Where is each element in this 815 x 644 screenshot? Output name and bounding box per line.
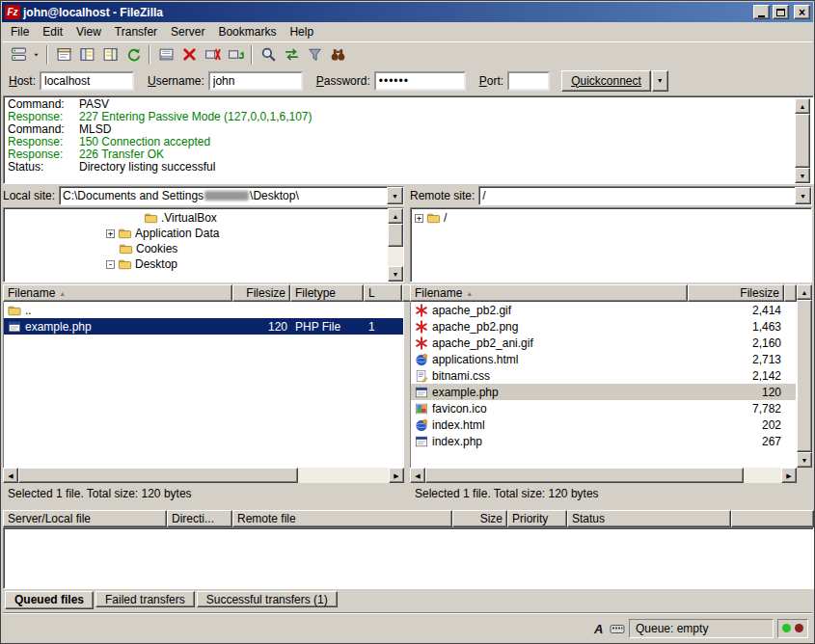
log-scrollbar[interactable]: ▲▼ [795, 98, 810, 183]
filter-button[interactable] [303, 44, 326, 66]
refresh-button[interactable] [122, 44, 145, 66]
scrollbar-thumb[interactable] [797, 300, 812, 452]
scrollbar-track[interactable] [744, 468, 781, 483]
quickconnect-dropdown-button[interactable]: ▼ [652, 70, 668, 92]
column-header-priority[interactable]: Priority [507, 510, 567, 527]
column-header-filename[interactable]: Filename▲ [3, 284, 232, 302]
scroll-right-icon: ▶ [394, 472, 398, 479]
file-row[interactable]: example.php120 [411, 384, 796, 400]
synchronized-browsing-button[interactable] [280, 44, 303, 66]
file-row[interactable]: index.php267 [411, 433, 796, 449]
scroll-up-button[interactable]: ▲ [388, 208, 403, 224]
scroll-right-button[interactable]: ▶ [389, 468, 404, 483]
column-header-remote-file[interactable]: Remote file [232, 510, 452, 527]
tab-failed-transfers[interactable]: Failed transfers [95, 591, 195, 607]
local-site-dropdown-button[interactable]: ▼ [387, 187, 403, 204]
tree-item[interactable]: Cookies [4, 241, 387, 256]
site-manager-dropdown-button[interactable] [30, 44, 42, 66]
column-header-filesize[interactable]: Filesize [688, 284, 784, 302]
remote-directory-tree: +/ [410, 207, 812, 282]
tab-queued-files[interactable]: Queued files [5, 591, 94, 609]
file-cell-name: apache_pb2.png [411, 318, 689, 335]
column-header-filetype[interactable]: Filetype [290, 284, 364, 302]
column-header-l[interactable]: L [364, 284, 402, 302]
tree-expander-icon[interactable]: + [106, 229, 115, 238]
column-header-server-local-file[interactable]: Server/Local file [3, 510, 167, 527]
menu-item-bookmarks[interactable]: Bookmarks [211, 23, 283, 40]
scroll-up-button[interactable]: ▲ [795, 98, 810, 114]
scrollbar-track[interactable] [388, 247, 403, 266]
file-row[interactable]: favicon.ico7,782 [411, 400, 796, 416]
message-log-toggle-button[interactable] [52, 44, 75, 66]
scrollbar-thumb[interactable] [795, 114, 810, 168]
tree-item[interactable]: -Desktop [4, 256, 387, 272]
maximize-button[interactable] [773, 5, 789, 19]
menu-item-view[interactable]: View [69, 23, 108, 40]
reconnect-button[interactable] [224, 44, 247, 66]
menu-item-transfer[interactable]: Transfer [108, 23, 164, 40]
tree-item[interactable]: +Application Data [4, 226, 387, 241]
transfer-queue-list[interactable] [3, 527, 814, 589]
port-input[interactable] [507, 71, 550, 91]
remote-site-dropdown-button[interactable]: ▼ [795, 187, 811, 204]
local-list-horizontal-scrollbar[interactable]: ◀▶ [3, 468, 404, 483]
tab-successful-transfers-1[interactable]: Successful transfers (1) [197, 591, 338, 607]
cancel-button[interactable] [177, 44, 201, 66]
scroll-down-button[interactable]: ▼ [797, 452, 812, 468]
directory-comparison-button[interactable] [257, 44, 280, 66]
scrollbar-thumb[interactable] [388, 224, 403, 247]
tree-item[interactable]: +/ [411, 210, 811, 226]
scrollbar-thumb[interactable] [18, 468, 298, 483]
scroll-down-button[interactable]: ▼ [388, 266, 403, 282]
process-queue-toggle-button[interactable] [154, 44, 177, 66]
host-input[interactable] [40, 71, 134, 91]
file-row[interactable]: apache_pb2.gif2,414 [411, 302, 796, 318]
file-row[interactable]: bitnami.css2,142 [411, 367, 796, 384]
file-row[interactable]: index.html202 [411, 416, 796, 433]
menu-item-edit[interactable]: Edit [36, 23, 69, 40]
local-site-combobox[interactable]: C:\Documents and Settings\Desktop\ ▼ [59, 186, 404, 205]
remote-list-horizontal-scrollbar[interactable]: ◀▶ [410, 468, 797, 483]
scroll-left-button[interactable]: ◀ [3, 468, 18, 483]
scrollbar-thumb[interactable] [425, 468, 744, 483]
column-header-status[interactable]: Status [567, 510, 731, 527]
close-button[interactable]: × [794, 5, 810, 19]
scrollbar-track[interactable] [298, 468, 389, 483]
file-row[interactable]: applications.html2,713 [411, 351, 796, 367]
minimize-button[interactable] [753, 5, 770, 19]
remote-list-scrollbar[interactable]: ▲▼ [797, 284, 812, 468]
local-tree-scrollbar[interactable]: ▲▼ [388, 208, 403, 282]
maximize-icon [776, 9, 785, 16]
tree-item[interactable]: .VirtualBox [4, 210, 387, 226]
tree-expander-icon[interactable]: - [106, 260, 115, 269]
remote-treeview-toggle-button[interactable] [98, 44, 122, 66]
scroll-left-button[interactable]: ◀ [410, 468, 425, 483]
file-row[interactable]: .. [4, 302, 403, 318]
column-header-filename[interactable]: Filename▲ [410, 284, 688, 302]
column-header-filesize[interactable]: Filesize [232, 284, 290, 302]
title-bar[interactable]: Fz john@localhost - FileZilla × [2, 2, 813, 22]
remote-site-combobox[interactable]: / ▼ [478, 186, 812, 205]
column-header-directi[interactable]: Directi... [167, 510, 232, 527]
scroll-down-button[interactable]: ▼ [795, 168, 810, 183]
tree-expander-icon[interactable]: + [415, 214, 423, 223]
password-input[interactable] [374, 71, 466, 91]
remote-file-list: apache_pb2.gif2,414apache_pb2.png1,463ap… [410, 302, 797, 468]
file-row[interactable]: apache_pb2_ani.gif2,160 [411, 335, 796, 351]
quickconnect-button[interactable]: Quickconnect [561, 70, 651, 92]
file-row[interactable]: apache_pb2.png1,463 [411, 318, 796, 335]
file-cell-type [291, 302, 365, 318]
site-manager-button[interactable] [7, 44, 30, 66]
column-header-size[interactable]: Size [452, 510, 507, 527]
file-row[interactable]: example.php120PHP File1 [4, 318, 403, 335]
menu-item-server[interactable]: Server [164, 23, 211, 40]
find-button[interactable] [326, 44, 349, 66]
sort-ascending-icon: ▲ [466, 290, 473, 297]
scroll-up-button[interactable]: ▲ [797, 284, 812, 300]
disconnect-button[interactable] [201, 44, 224, 66]
local-treeview-toggle-button[interactable] [75, 44, 98, 66]
username-input[interactable] [208, 71, 303, 91]
scroll-right-button[interactable]: ▶ [781, 468, 797, 483]
menu-item-help[interactable]: Help [283, 23, 320, 40]
menu-item-file[interactable]: File [4, 23, 36, 40]
